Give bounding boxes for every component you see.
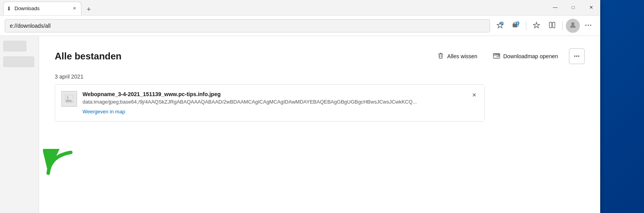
svg-point-8 — [571, 22, 574, 25]
url-text: e://downloads/all — [10, 23, 50, 29]
sidebar — [0, 36, 39, 213]
download-filename: Webopname_3-4-2021_151139_www.pc-tips.in… — [83, 91, 478, 97]
svg-rect-6 — [549, 22, 552, 28]
browser-window: ⬇ Downloads ✕ + — □ ✕ e://downloads/all — [0, 0, 600, 213]
more-icon: ··· — [585, 21, 592, 30]
svg-rect-7 — [553, 22, 555, 28]
maximize-button[interactable]: □ — [564, 0, 582, 15]
open-folder-icon — [493, 52, 500, 61]
reading-view-icon — [549, 21, 556, 30]
downloads-more-button[interactable]: ··· — [569, 48, 585, 64]
more-options-button[interactable]: ··· — [581, 19, 596, 33]
svg-rect-9 — [439, 54, 442, 58]
favorites-button[interactable] — [529, 19, 544, 33]
sidebar-item-1[interactable] — [3, 41, 27, 52]
download-info: Webopname_3-4-2021_151139_www.pc-tips.in… — [83, 91, 478, 115]
tab-area: ⬇ Downloads ✕ + — [0, 2, 546, 15]
toolbar-divider-1 — [526, 21, 526, 30]
content-area: Alle bestanden Alles wissen — [39, 36, 600, 213]
title-bar: ⬇ Downloads ✕ + — □ ✕ — [0, 0, 600, 16]
open-folder-label: Downloadmap openen — [503, 53, 558, 59]
main-content: Alle bestanden Alles wissen — [0, 36, 600, 213]
profile-icon — [569, 21, 577, 30]
header-actions: Alles wissen Downloadmap — [432, 48, 585, 64]
file-thumbnail — [61, 91, 77, 107]
add-favorite-button[interactable] — [493, 19, 507, 33]
address-bar[interactable]: e://downloads/all — [5, 19, 490, 32]
tab-label: Downloads — [14, 5, 68, 11]
close-button[interactable]: ✕ — [582, 0, 600, 15]
collections-icon — [512, 21, 520, 30]
active-tab[interactable]: ⬇ Downloads ✕ — [3, 2, 81, 15]
toolbar-icons: ··· — [493, 19, 596, 33]
svg-point-17 — [67, 97, 68, 98]
window-controls: — □ ✕ — [546, 0, 600, 15]
reading-view-button[interactable] — [545, 19, 559, 33]
tab-download-icon: ⬇ — [7, 5, 11, 12]
show-in-folder-link[interactable]: Weergeven in map — [83, 109, 125, 115]
new-tab-button[interactable]: + — [83, 4, 95, 15]
download-card: Webopname_3-4-2021_151139_www.pc-tips.in… — [55, 84, 485, 122]
tab-close-button[interactable]: ✕ — [71, 5, 78, 12]
sidebar-item-2[interactable] — [3, 56, 34, 67]
favorites-icon — [533, 21, 540, 30]
address-bar-row: e://downloads/all — [0, 16, 600, 36]
clear-all-button[interactable]: Alles wissen — [432, 50, 482, 63]
open-folder-button[interactable]: Downloadmap openen — [488, 50, 563, 63]
download-dismiss-button[interactable]: ✕ — [469, 89, 480, 100]
profile-button[interactable] — [566, 19, 580, 33]
add-favorite-icon — [497, 21, 504, 30]
page-title: Alle bestanden — [55, 51, 122, 62]
downloads-more-icon: ··· — [574, 52, 579, 61]
trash-icon — [437, 52, 444, 61]
minimize-button[interactable]: — — [546, 0, 564, 15]
collections-button[interactable] — [509, 19, 523, 33]
download-url: data:image/jpeg;base64,/9j/4AAQSkZJRgABA… — [83, 99, 434, 105]
date-label: 3 april 2021 — [55, 73, 585, 80]
toolbar-divider-2 — [562, 21, 563, 30]
clear-all-label: Alles wissen — [447, 53, 477, 59]
page-header: Alle bestanden Alles wissen — [55, 48, 585, 64]
